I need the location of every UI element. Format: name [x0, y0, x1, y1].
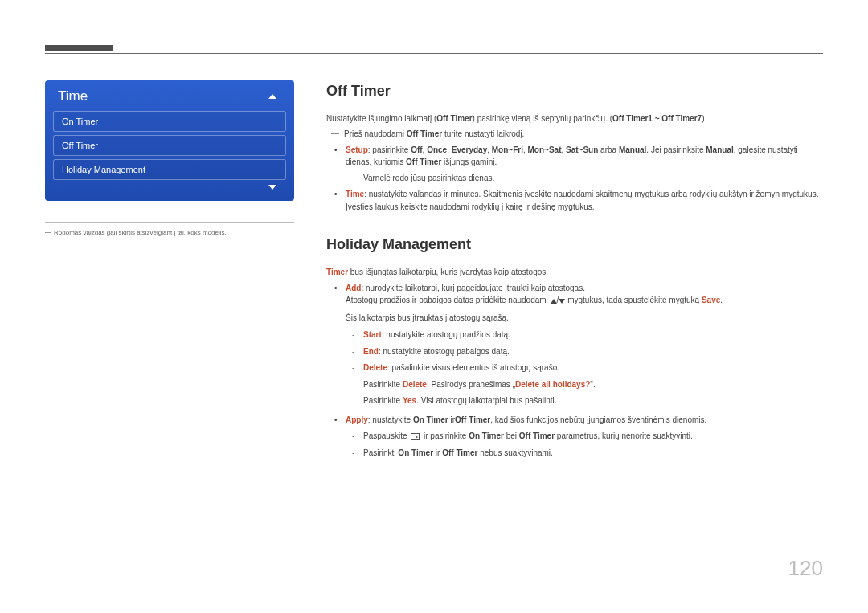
holiday-intro: Timer bus išjungtas laikotarpiu, kuris į…: [326, 266, 823, 279]
menu-item-holiday-management[interactable]: Holiday Management: [53, 159, 286, 180]
chevron-up-icon[interactable]: [268, 94, 276, 99]
menu-item-off-timer[interactable]: Off Timer: [53, 135, 286, 156]
apply-sub1: Paspauskite ir pasirinkite On Timer bei …: [346, 430, 823, 443]
off-timer-intro: Nustatykite išjungimo laikmatį (Off Time…: [326, 112, 823, 125]
left-column: Time On Timer Off Timer Holiday Manageme…: [45, 80, 294, 464]
off-timer-heading: Off Timer: [326, 80, 823, 103]
setup-subnote: Varnelė rodo jūsų pasirinktas dienas.: [346, 172, 823, 185]
left-footnote-rule: [45, 222, 294, 223]
menu-item-on-timer[interactable]: On Timer: [53, 111, 286, 132]
add-line2: Atostogų pradžios ir pabaigos datas prid…: [346, 294, 823, 307]
right-column: Off Timer Nustatykite išjungimo laikmatį…: [326, 80, 823, 464]
triangle-up-icon: [551, 299, 557, 304]
end-item: End: nustatykite atostogų pabaigos datą.: [346, 345, 823, 358]
header-chapter-marker: [45, 45, 113, 51]
page-content: Time On Timer Off Timer Holiday Manageme…: [45, 80, 823, 464]
chevron-down-icon[interactable]: [268, 185, 276, 190]
header-rule: [45, 53, 823, 54]
setup-bullet: Setup: pasirinkite Off, Once, Everyday, …: [346, 144, 823, 185]
delete-line2: Pasirinkite Delete. Pasirodys pranešimas…: [346, 378, 823, 391]
holiday-heading: Holiday Management: [326, 234, 823, 256]
time-menu-panel: Time On Timer Off Timer Holiday Manageme…: [45, 80, 294, 201]
time-bullet: Time: nustatykite valandas ir minutes. S…: [346, 188, 823, 213]
page-number: 120: [788, 556, 823, 581]
enter-icon: [411, 433, 420, 440]
add-bullet: Add: nurodykite laikotarpį, kurį pageida…: [346, 282, 823, 307]
time-menu-title: Time: [58, 88, 268, 104]
delete-line3: Pasirinkite Yes. Visi atostogų laikotarp…: [346, 394, 823, 407]
delete-item: Delete: pašalinkite visus elementus iš a…: [346, 362, 823, 374]
apply-sub2: Pasirinkti On Timer ir Off Timer nebus s…: [346, 447, 823, 460]
left-footnote: Rodomas vaizdas gali skirtis atsižvelgia…: [45, 229, 294, 236]
apply-bullet: Apply: nustatykite On Timer irOff Timer,…: [346, 414, 823, 460]
off-timer-prerequisite-note: Prieš naudodami Off Timer turite nustaty…: [326, 128, 823, 141]
add-line3: Šis laikotarpis bus įtrauktas į atostogų…: [326, 312, 823, 325]
start-item: Start: nustatykite atostogų pradžios dat…: [346, 329, 823, 341]
